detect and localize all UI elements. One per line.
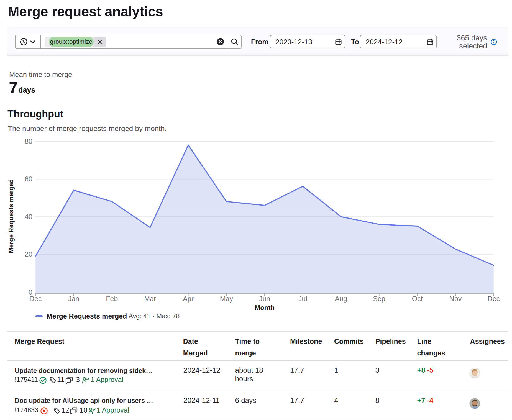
svg-text:60: 60 [25,175,32,183]
svg-text:Jan: Jan [68,295,79,303]
svg-text:Aug: Aug [335,295,347,303]
svg-text:Feb: Feb [106,295,118,303]
svg-text:20: 20 [25,250,32,258]
svg-text:Sep: Sep [373,295,385,303]
svg-text:Nov: Nov [449,295,462,303]
svg-text:Apr: Apr [183,295,194,303]
svg-text:80: 80 [25,137,32,145]
svg-text:May: May [220,295,233,303]
svg-text:Oct: Oct [412,295,423,303]
svg-text:Dec: Dec [29,295,42,303]
svg-text:Dec: Dec [488,295,500,303]
svg-text:Month: Month [255,304,275,311]
svg-text:40: 40 [25,213,32,221]
svg-text:Merge Requests merged: Merge Requests merged [7,179,15,253]
svg-text:Jun: Jun [259,295,270,303]
svg-text:Jul: Jul [298,295,307,303]
svg-text:Mar: Mar [144,295,156,303]
